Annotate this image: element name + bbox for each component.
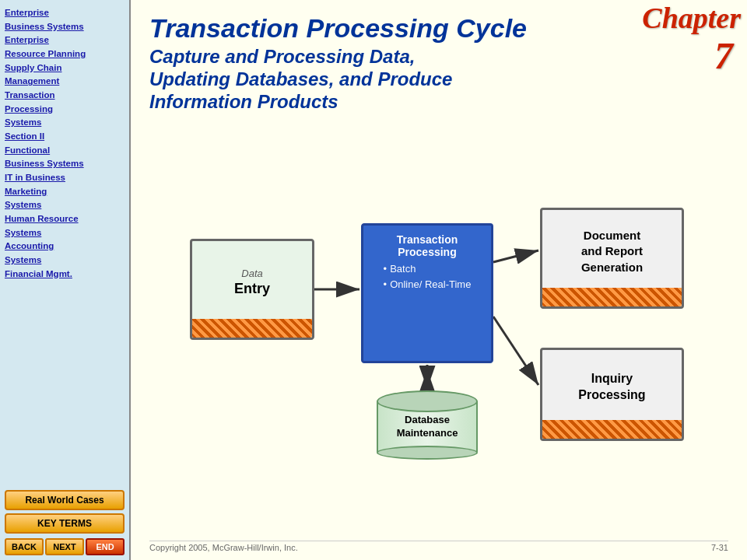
sidebar-item-it-in-business[interactable]: IT in Business — [5, 171, 124, 184]
inquiry-box: Inquiry Processing — [540, 348, 684, 441]
main-content: Chapter 7 Transaction Processing Cycle C… — [131, 0, 747, 560]
sidebar-item-functional[interactable]: Functional — [5, 144, 124, 157]
sidebar-item-resource-planning[interactable]: Resource Planning — [5, 47, 124, 61]
cylinder-bottom — [377, 446, 478, 460]
sidebar-item-management[interactable]: Management — [5, 75, 124, 88]
sidebar-item-systems4[interactable]: Systems — [5, 254, 124, 267]
sidebar-item-systems3[interactable]: Systems — [5, 226, 124, 240]
diagram: Data Entry Transaction Processing Batch … — [149, 124, 728, 541]
sidebar-bottom: Real World Cases KEY TERMS BACK NEXT END — [0, 485, 129, 560]
sidebar-item-enterprise[interactable]: Enterprise — [5, 6, 124, 19]
processing-title: Transaction Processing — [363, 233, 491, 258]
svg-line-3 — [493, 250, 538, 262]
footer: Copyright 2005, McGraw-Hill/Irwin, Inc. … — [149, 541, 728, 554]
sidebar-item-enterprise2[interactable]: Enterprise — [5, 33, 124, 47]
sidebar-item-human-resource[interactable]: Human Resource — [5, 212, 124, 226]
real-world-cases-button[interactable]: Real World Cases — [5, 490, 124, 510]
sidebar: Enterprise Business Systems Enterprise R… — [0, 0, 131, 560]
data-entry-hatch — [192, 319, 312, 338]
bullet-batch: Batch — [384, 261, 472, 277]
page-number: 7-31 — [711, 543, 728, 552]
cylinder-label: Database Maintenance — [397, 414, 458, 440]
document-hatch — [542, 288, 682, 306]
document-text: Document and Report Generation — [581, 228, 643, 275]
sidebar-item-section-ii[interactable]: Section II — [5, 130, 124, 143]
end-button[interactable]: END — [86, 538, 124, 555]
main-title: Transaction Processing Cycle — [149, 14, 635, 43]
inquiry-hatch — [542, 420, 682, 439]
data-entry-box: Data Entry — [190, 239, 314, 340]
chapter-number: 7 — [714, 34, 733, 77]
sidebar-item-transaction[interactable]: Transaction — [5, 89, 124, 102]
sidebar-item-business-systems[interactable]: Business Systems — [5, 20, 124, 33]
inquiry-text: Inquiry Processing — [578, 370, 645, 404]
sidebar-item-marketing[interactable]: Marketing — [5, 185, 124, 198]
sidebar-item-processing[interactable]: Processing — [5, 103, 124, 116]
document-box: Document and Report Generation — [540, 208, 684, 309]
bullet-online: Online/ Real-Time — [384, 277, 472, 292]
sidebar-item-accounting[interactable]: Accounting — [5, 240, 124, 253]
next-button[interactable]: NEXT — [45, 538, 84, 555]
sub-title: Capture and Processing Data, Updating Da… — [149, 46, 635, 113]
copyright-text: Copyright 2005, McGraw-Hill/Irwin, Inc. — [149, 543, 298, 552]
sidebar-item-systems[interactable]: Systems — [5, 116, 124, 129]
sidebar-item-business-systems2[interactable]: Business Systems — [5, 157, 124, 170]
sidebar-item-systems2[interactable]: Systems — [5, 198, 124, 212]
processing-box: Transaction Processing Batch Online/ Rea… — [361, 223, 493, 363]
database-cylinder: Database Maintenance — [361, 390, 493, 460]
diagram-inner: Data Entry Transaction Processing Batch … — [174, 192, 703, 472]
svg-line-4 — [493, 317, 538, 385]
processing-bullets: Batch Online/ Real-Time — [377, 258, 478, 295]
sidebar-item-supply-chain[interactable]: Supply Chain — [5, 61, 124, 75]
data-entry-title: Entry — [234, 281, 270, 297]
key-terms-button[interactable]: KEY TERMS — [5, 513, 124, 534]
sidebar-item-financial-mgmt[interactable]: Financial Mgmt. — [5, 268, 124, 281]
data-entry-subtitle: Data — [241, 268, 262, 281]
chapter-label: Chapter — [642, 3, 741, 33]
back-button[interactable]: BACK — [5, 538, 44, 555]
nav-buttons: BACK NEXT END — [5, 538, 124, 555]
sidebar-links: Enterprise Business Systems Enterprise R… — [0, 0, 129, 485]
